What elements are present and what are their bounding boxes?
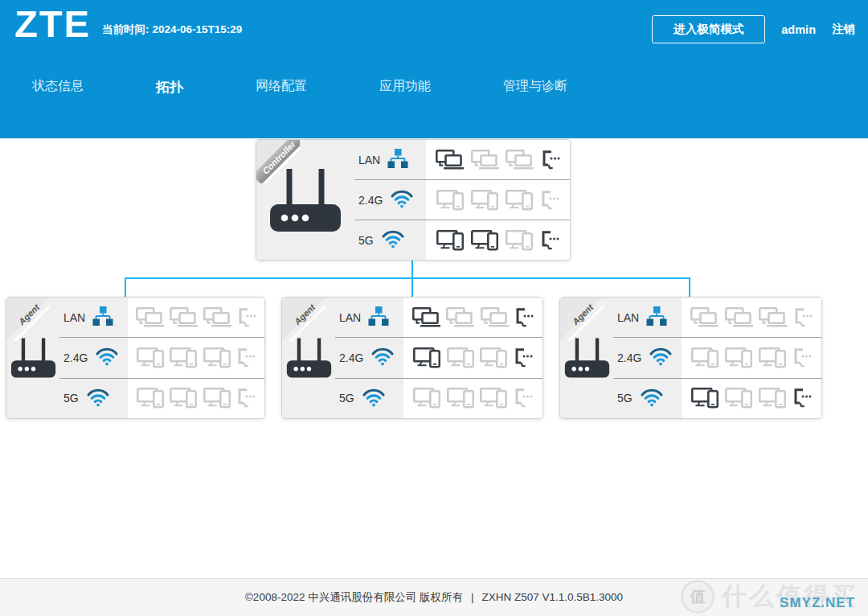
band-cell: 5G [354, 220, 426, 260]
logout-link[interactable]: 注销 [832, 22, 855, 37]
device-phone-icon[interactable] [413, 388, 440, 409]
band-cell: 2.4G [59, 338, 128, 377]
device-phone-icon[interactable] [480, 347, 507, 368]
band-cell: 5G [335, 379, 403, 418]
device-phone-icon[interactable] [170, 347, 197, 368]
more-devices-icon[interactable] [540, 230, 559, 251]
band-label: LAN [617, 311, 639, 324]
device-phone-icon[interactable] [725, 347, 752, 368]
device-phone-icon[interactable] [725, 388, 752, 409]
device-phone-icon[interactable] [413, 347, 440, 368]
lan-icon [646, 306, 667, 329]
device-laptop-icon[interactable] [436, 150, 465, 170]
device-phone-icon[interactable] [436, 190, 464, 211]
band-label: LAN [339, 311, 361, 324]
device-phone-icon[interactable] [170, 388, 197, 409]
more-devices-icon[interactable] [236, 347, 256, 368]
current-time-value: 2024-06-15T15:29 [153, 23, 243, 35]
nav-tab-topology[interactable]: 拓扑 [156, 78, 183, 97]
device-phone-icon[interactable] [203, 388, 231, 409]
device-phone-icon[interactable] [447, 388, 474, 409]
device-laptop-icon[interactable] [203, 307, 232, 328]
band-row-5g: 5G [613, 378, 821, 418]
nav-tab-network-config[interactable]: 网络配置 [256, 78, 307, 97]
current-time-label: 当前时间: [102, 23, 149, 35]
device-phone-icon[interactable] [471, 190, 498, 211]
device-laptop-icon[interactable] [136, 307, 165, 328]
device-phone-icon[interactable] [137, 388, 164, 409]
device-slots [403, 338, 542, 377]
more-devices-icon[interactable] [540, 190, 559, 211]
device-phone-icon[interactable] [471, 230, 498, 251]
more-devices-icon[interactable] [792, 388, 812, 409]
device-phone-icon[interactable] [203, 347, 231, 368]
copyright-text: ©2008-2022 中兴通讯股份有限公司 版权所有 [245, 591, 463, 603]
device-slots [682, 298, 821, 337]
wifi-icon [390, 188, 414, 211]
nav-tab-app-features[interactable]: 应用功能 [379, 78, 431, 97]
more-devices-icon[interactable] [541, 150, 560, 170]
zte-logo: ZTE [14, 2, 91, 46]
device-slots [682, 338, 821, 377]
device-phone-icon[interactable] [691, 388, 719, 409]
simple-mode-button[interactable]: 进入极简模式 [652, 15, 765, 43]
username-link[interactable]: admin [781, 23, 816, 36]
connector-line [125, 279, 126, 297]
lan-icon [387, 149, 408, 171]
device-phone-icon[interactable] [480, 388, 507, 409]
band-cell: LAN [335, 298, 403, 337]
nav-tab-management-diagnostics[interactable]: 管理与诊断 [503, 78, 567, 97]
device-laptop-icon[interactable] [471, 150, 500, 170]
device-phone-icon[interactable] [506, 190, 533, 211]
device-laptop-icon[interactable] [446, 307, 475, 328]
header-actions: 进入极简模式 admin 注销 [652, 15, 855, 43]
device-laptop-icon[interactable] [725, 307, 754, 328]
band-row-5g: 5G [354, 220, 570, 260]
device-phone-icon[interactable] [436, 230, 464, 251]
device-phone-icon[interactable] [506, 230, 533, 251]
watermark: 值 什么值得买 SMYZ.NET [681, 580, 858, 614]
topology-node-agent-1[interactable]: Agent LAN 2 [6, 297, 265, 419]
device-phone-icon[interactable] [759, 347, 786, 368]
device-laptop-icon[interactable] [759, 307, 788, 328]
connector-line [689, 279, 690, 297]
band-label: LAN [358, 154, 380, 166]
more-devices-icon[interactable] [514, 347, 533, 368]
device-laptop-icon[interactable] [170, 307, 199, 328]
device-laptop-icon[interactable] [506, 150, 534, 170]
device-slots [403, 379, 542, 418]
node-role-ribbon: Agent [560, 298, 604, 341]
band-cell: 2.4G [354, 180, 426, 220]
node-role-label: Agent [562, 298, 604, 335]
device-laptop-icon[interactable] [690, 307, 719, 328]
more-devices-icon[interactable] [236, 388, 256, 409]
band-row-5g: 5G [59, 378, 264, 418]
band-label: 5G [617, 392, 633, 405]
device-phone-icon[interactable] [447, 347, 474, 368]
more-devices-icon[interactable] [514, 388, 533, 409]
smzdm-badge-icon: 值 [681, 580, 714, 614]
header: ZTE 当前时间:2024-06-15T15:29 进入极简模式 admin 注… [0, 0, 868, 138]
main-nav: 状态信息拓扑网络配置应用功能管理与诊断 [32, 78, 567, 97]
more-devices-icon[interactable] [514, 307, 534, 328]
topology-node-controller[interactable]: Controller LAN [256, 139, 571, 261]
more-devices-icon[interactable] [237, 307, 256, 328]
device-phone-icon[interactable] [759, 388, 786, 409]
device-slots [426, 140, 570, 179]
band-row-5g: 5G [335, 378, 542, 418]
device-laptop-icon[interactable] [412, 307, 441, 328]
topology-node-agent-2[interactable]: Agent LAN 2 [281, 297, 543, 419]
node-role-ribbon: Agent [6, 298, 50, 341]
device-laptop-icon[interactable] [481, 307, 510, 328]
band-row-24g: 2.4G [335, 337, 542, 377]
wifi-icon [649, 346, 673, 369]
device-slots [426, 220, 570, 260]
more-devices-icon[interactable] [792, 347, 812, 368]
nav-tab-status-info[interactable]: 状态信息 [32, 78, 84, 97]
wifi-icon [95, 346, 119, 369]
device-slots [128, 338, 264, 377]
device-phone-icon[interactable] [691, 347, 719, 368]
more-devices-icon[interactable] [793, 307, 813, 328]
topology-node-agent-3[interactable]: Agent LAN 2 [559, 297, 822, 419]
device-phone-icon[interactable] [137, 347, 164, 368]
